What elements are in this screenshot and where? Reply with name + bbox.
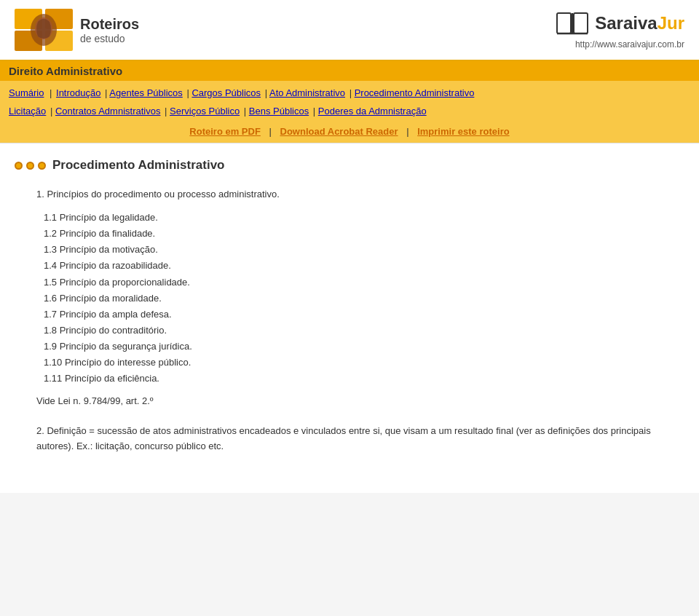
nav-link-agentes[interactable]: Agentes Públicos — [109, 87, 182, 98]
section2-text: 2. Definição = sucessão de atos administ… — [36, 424, 677, 454]
saraivajur-logo-group: SaraivaJur http://www.saraivajur.com.br — [556, 10, 684, 50]
dot-1 — [15, 162, 23, 170]
page-header: Roteiros de estudo SaraivaJur http://www… — [0, 0, 699, 60]
item-1-3: 1.3 Princípio da motivação. — [44, 242, 677, 258]
dot-2 — [26, 162, 34, 170]
svg-rect-7 — [574, 13, 588, 33]
nav-links-row2: Licitação | Contratos Admnistrativos | S… — [0, 103, 699, 124]
nav-link-introducao[interactable]: Introdução — [56, 87, 100, 98]
nav-area: Direito Administrativo Sumário | Introdu… — [0, 60, 699, 143]
imprimir-link[interactable]: Imprimir este roteiro — [417, 126, 509, 137]
nav-link-licitacao[interactable]: Licitação — [9, 106, 46, 117]
item-1-2: 1.2 Princípio da finalidade. — [44, 226, 677, 242]
item-1-4: 1.4 Princípio da razoabilidade. — [44, 258, 677, 274]
item-1-11: 1.11 Princípio da eficiência. — [44, 371, 677, 387]
item-1-9: 1.9 Princípio da segurança jurídica. — [44, 339, 677, 355]
pdf-links-row: Roteiro em PDF | Download Acrobat Reader… — [0, 123, 699, 143]
item-1-7: 1.7 Princípio da ampla defesa. — [44, 307, 677, 323]
saraivajur-brand: SaraivaJur — [556, 10, 684, 36]
item-1-1: 1.1 Princípio da legalidade. — [44, 210, 677, 226]
svg-rect-6 — [557, 13, 571, 33]
section1-title: 1. Princípios do procedimento ou process… — [36, 187, 677, 202]
section1-items: 1.1 Princípio da legalidade. 1.2 Princíp… — [36, 210, 677, 387]
brand-text: SaraivaJur — [595, 13, 684, 33]
book-icon — [556, 10, 589, 36]
dot-3 — [38, 162, 46, 170]
nav-link-bens[interactable]: Bens Públicos — [249, 106, 309, 117]
nav-link-procedimento[interactable]: Procedimento Administrativo — [355, 87, 475, 98]
roteiro-pdf-link[interactable]: Roteiro em PDF — [189, 126, 261, 137]
item-1-10: 1.10 Princípio do interesse público. — [44, 355, 677, 371]
brand-url: http://www.saraivajur.com.br — [575, 39, 684, 50]
nav-link-sumario[interactable]: Sumário — [9, 87, 44, 98]
roteiros-text: Roteiros de estudo — [80, 16, 139, 44]
pdf-sep-1: | — [269, 126, 272, 137]
nav-link-ato[interactable]: Ato Administrativo — [269, 87, 345, 98]
page-heading-text: Procedimento Administrativo — [52, 158, 224, 173]
item-1-8: 1.8 Princípio do contraditório. — [44, 323, 677, 339]
content-heading: Procedimento Administrativo — [15, 158, 677, 173]
roteiros-logo-graphic — [15, 9, 73, 51]
nav-links-row: Sumário | Introdução | Agentes Públicos … — [0, 81, 699, 103]
content-section-2: 2. Definição = sucessão de atos administ… — [15, 424, 677, 454]
pdf-sep-2: | — [406, 126, 408, 137]
content-section-1: 1. Princípios do procedimento ou process… — [15, 187, 677, 409]
vide-text: Vide Lei n. 9.784/99, art. 2.º — [36, 394, 677, 409]
section-title-bar: Direito Administrativo — [0, 61, 699, 81]
nav-link-contratos[interactable]: Contratos Admnistrativos — [55, 106, 161, 117]
main-content: Procedimento Administrativo 1. Princípio… — [0, 143, 699, 493]
item-1-6: 1.6 Princípio da moralidade. — [44, 291, 677, 307]
nav-link-cargos[interactable]: Cargos Públicos — [191, 87, 261, 98]
download-acrobat-link[interactable]: Download Acrobat Reader — [280, 126, 398, 137]
nav-link-poderes[interactable]: Poderes da Admnistração — [318, 106, 427, 117]
nav-link-servicos[interactable]: Serviços Público — [170, 106, 240, 117]
section-title: Direito Administrativo — [9, 65, 122, 77]
left-logo: Roteiros de estudo — [15, 9, 139, 51]
item-1-5: 1.5 Princípio da proporcionalidade. — [44, 275, 677, 291]
